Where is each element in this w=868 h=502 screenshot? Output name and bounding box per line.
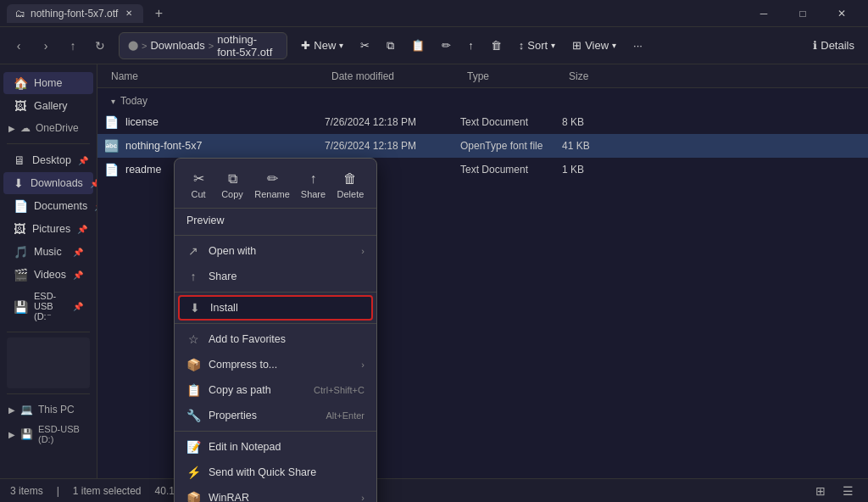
addr-back-icon: ⬤ <box>128 40 138 51</box>
delete-btn[interactable]: 🗑 <box>484 36 509 55</box>
file-row-license[interactable]: 📄 license 7/26/2024 12:18 PM Text Docume… <box>97 110 868 134</box>
sidebar-item-gallery[interactable]: 🖼 Gallery <box>3 95 93 117</box>
sidebar-item-desktop[interactable]: 🖥 Desktop 📌 <box>3 149 93 171</box>
tab-add-btn[interactable]: + <box>148 3 169 24</box>
ctx-item-edit-notepad[interactable]: 📝 Edit in Notepad <box>175 434 376 460</box>
file-icon-license: 📄 <box>104 115 119 129</box>
ctx-notepad-label: Edit in Notepad <box>209 441 281 453</box>
forward-btn[interactable]: › <box>34 34 58 58</box>
cut-btn[interactable]: ✂ <box>353 36 376 55</box>
ctx-delete-icon: 🗑 <box>343 171 357 187</box>
file-date-font: 7/26/2024 12:18 PM <box>325 140 460 152</box>
ctx-props-icon: 🔧 <box>186 409 200 422</box>
sidebar-divider-1 <box>7 143 90 144</box>
ctx-open-with-label: Open with <box>209 245 256 257</box>
addr-breadcrumb-back: ⬤ <box>128 40 138 51</box>
view-btn[interactable]: ⊞ View ▾ <box>565 36 623 55</box>
ctx-rename-icon: ✏ <box>267 170 278 187</box>
paste-btn[interactable]: 📋 <box>404 36 431 55</box>
address-bar[interactable]: ⬤ > Downloads > nothing-font-5x7.otf <box>119 32 287 59</box>
sidebar-item-videos[interactable]: 🎬 Videos 📌 <box>3 264 93 286</box>
share-btn[interactable]: ↑ <box>461 36 481 55</box>
ctx-item-add-favorites[interactable]: ☆ Add to Favorites <box>175 326 376 352</box>
sidebar-item-documents[interactable]: 📄 Documents 📌 <box>3 195 93 217</box>
refresh-btn[interactable]: ↻ <box>88 34 112 58</box>
ctx-rename-label: Rename <box>254 189 290 199</box>
gallery-icon: 🖼 <box>14 99 27 113</box>
back-btn[interactable]: ‹ <box>7 34 31 58</box>
ctx-item-quick-share[interactable]: ⚡ Send with Quick Share <box>175 460 376 485</box>
sidebar-item-this-pc[interactable]: ▶ 💻 This PC <box>0 399 97 420</box>
new-label: New <box>314 39 336 52</box>
ctx-share-btn[interactable]: ↑ Share <box>295 168 331 203</box>
ctx-copy-btn[interactable]: ⧉ Copy <box>215 168 249 203</box>
sidebar-item-pictures[interactable]: 🖼 Pictures 📌 <box>3 218 93 240</box>
title-bar-left: 🗂 nothing-font-5x7.otf ✕ + <box>7 3 744 24</box>
rename-btn[interactable]: ✏ <box>435 36 458 55</box>
ctx-divider-3 <box>175 323 376 324</box>
copy-toolbar-btn[interactable]: ⧉ <box>380 36 401 56</box>
col-type-header: Type <box>460 70 562 82</box>
ctx-rename-btn[interactable]: ✏ Rename <box>249 167 295 203</box>
ctx-winrar-icon: 📦 <box>186 491 200 502</box>
file-type-license: Text Document <box>460 116 562 128</box>
maximize-btn[interactable]: □ <box>783 0 822 27</box>
ctx-notepad-icon: 📝 <box>186 440 200 454</box>
pin-icon-vid: 📌 <box>73 271 83 280</box>
ctx-share-label: Share <box>301 189 326 199</box>
esd-usb-icon: 💾 <box>20 428 33 440</box>
file-row-font[interactable]: 🔤 nothing-font-5x7 7/26/2024 12:18 PM Op… <box>97 134 868 158</box>
tab-close-btn[interactable]: ✕ <box>123 8 135 20</box>
status-view-toggles: ⊞ ☰ <box>810 481 858 501</box>
copy-icon: ⧉ <box>387 39 394 53</box>
ctx-delete-btn[interactable]: 🗑 Delete <box>331 168 370 203</box>
tab-main[interactable]: 🗂 nothing-font-5x7.otf ✕ <box>7 4 143 23</box>
ctx-item-properties[interactable]: 🔧 Properties Alt+Enter <box>175 403 376 428</box>
ctx-install-icon: ⬇ <box>188 301 202 315</box>
addr-filename[interactable]: nothing-font-5x7.otf <box>217 33 278 59</box>
sidebar-item-music[interactable]: 🎵 Music 📌 <box>3 241 93 263</box>
up-btn[interactable]: ↑ <box>61 34 85 58</box>
sidebar-divider-2 <box>7 332 90 332</box>
sort-btn[interactable]: ↕ Sort ▾ <box>512 36 562 55</box>
new-btn[interactable]: ✚ New ▾ <box>294 36 350 55</box>
ctx-item-install[interactable]: ⬇ Install <box>178 295 373 321</box>
ctx-cut-btn[interactable]: ✂ Cut <box>181 167 215 203</box>
sidebar-item-downloads[interactable]: ⬇ Downloads 📌 <box>3 172 93 194</box>
ctx-copy-path-icon: 📋 <box>186 383 200 397</box>
sidebar-label-onedrive: OneDrive <box>36 122 79 134</box>
ctx-toolbar: ✂ Cut ⧉ Copy ✏ Rename ↑ Share 🗑 Delete <box>175 162 376 209</box>
close-btn[interactable]: ✕ <box>822 0 861 27</box>
ctx-item-share[interactable]: ↑ Share <box>175 264 376 289</box>
desktop-icon: 🖥 <box>14 153 25 167</box>
sidebar-label-music: Music <box>34 246 62 258</box>
ctx-item-copy-path[interactable]: 📋 Copy as path Ctrl+Shift+C <box>175 377 376 403</box>
ctx-item-compress[interactable]: 📦 Compress to... › <box>175 352 376 377</box>
sidebar-item-onedrive[interactable]: ▶ ☁ OneDrive <box>0 118 97 138</box>
ctx-delete-label: Delete <box>337 189 364 199</box>
share-icon: ↑ <box>468 39 474 52</box>
sidebar-item-esd-top[interactable]: 💾 ESD-USB (D:⁻ 📌 <box>3 287 93 326</box>
onedrive-icon: ☁ <box>20 122 31 134</box>
sidebar-item-esd-usb[interactable]: ▶ 💾 ESD-USB (D:) <box>0 420 97 449</box>
ctx-qshare-label: Send with Quick Share <box>209 466 316 478</box>
more-btn[interactable]: ··· <box>626 36 649 55</box>
onedrive-expand-icon: ▶ <box>8 124 15 133</box>
addr-downloads[interactable]: Downloads <box>150 39 204 52</box>
view-grid-btn[interactable]: ⊞ <box>810 481 831 501</box>
cut-icon: ✂ <box>360 39 370 52</box>
file-name-font: 🔤 nothing-font-5x7 <box>104 139 325 153</box>
minimize-btn[interactable]: ─ <box>744 0 783 27</box>
ctx-item-winrar[interactable]: 📦 WinRAR › <box>175 485 376 502</box>
file-date-license: 7/26/2024 12:18 PM <box>325 116 460 128</box>
ctx-install-label: Install <box>210 302 238 314</box>
sidebar-item-home[interactable]: 🏠 Home <box>3 72 93 94</box>
documents-icon: 📄 <box>14 199 27 213</box>
file-icon-readme: 📄 <box>104 163 119 176</box>
this-pc-expand-icon: ▶ <box>8 405 15 415</box>
ctx-item-open-with[interactable]: ↗ Open with › <box>175 238 376 264</box>
pin-icon-dl: 📌 <box>90 179 97 188</box>
ctx-compress-label: Compress to... <box>209 359 277 371</box>
view-list-btn[interactable]: ☰ <box>837 481 858 501</box>
details-btn[interactable]: ℹ Details <box>806 36 861 55</box>
